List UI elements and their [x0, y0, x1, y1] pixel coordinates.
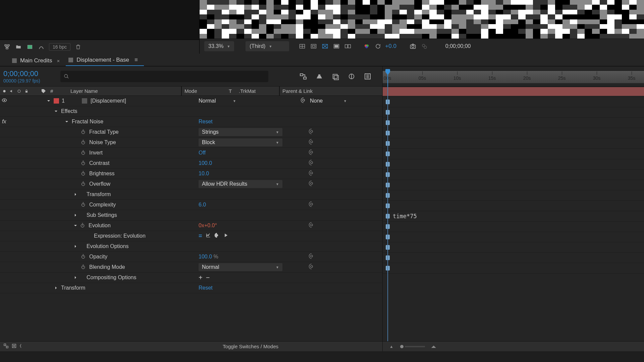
stopwatch-icon[interactable] — [80, 171, 87, 177]
resolution-dropdown[interactable]: (Third)▼ — [246, 41, 289, 51]
folder-icon[interactable] — [15, 43, 22, 51]
zoom-out-icon[interactable]: ▲ — [389, 344, 393, 349]
twirl-right-icon[interactable] — [73, 244, 78, 249]
audio-col-icon[interactable] — [9, 89, 15, 94]
toggle-switches-icon[interactable] — [3, 343, 9, 350]
transform-reset-link[interactable]: Reset — [199, 285, 213, 291]
zoom-in-icon[interactable]: ▲ — [430, 344, 438, 349]
layer-duration-bar[interactable] — [383, 87, 644, 96]
expression-pickwhip-icon[interactable] — [214, 233, 220, 239]
pickwhip-icon[interactable] — [309, 170, 315, 177]
layer-search-input[interactable] — [60, 71, 268, 82]
toggle-switches-modes[interactable]: Toggle Switches / Modes — [223, 344, 278, 349]
pickwhip-icon[interactable] — [309, 160, 315, 167]
reset-exposure-icon[interactable] — [374, 43, 382, 50]
show-snapshot-icon[interactable] — [420, 43, 429, 50]
comp-mini-flowchart-icon[interactable] — [299, 72, 308, 81]
flowchart-icon[interactable] — [3, 43, 11, 51]
layer-name[interactable]: [Displacement] — [91, 98, 126, 104]
transform-group[interactable]: Transform Reset — [0, 283, 382, 293]
parent-dropdown[interactable]: None▼ — [310, 98, 357, 104]
twirl-right-icon[interactable] — [73, 213, 78, 218]
current-time[interactable]: 0;00;00;00 — [3, 69, 60, 78]
pickwhip-icon[interactable] — [309, 139, 315, 146]
pickwhip-icon[interactable] — [301, 97, 307, 105]
blend-mode-dropdown[interactable]: Normal▼ — [199, 98, 246, 104]
motion-blur-icon[interactable] — [363, 72, 372, 81]
tab-displacement-base[interactable]: Displacement - Base ≡ — [66, 55, 144, 66]
twirl-right-icon[interactable] — [73, 192, 78, 197]
tab-main-credits[interactable]: Main Credits × — [9, 55, 66, 66]
lock-col-icon[interactable] — [23, 89, 30, 93]
draft3d-icon[interactable] — [315, 72, 324, 81]
effect-fractal-noise[interactable]: fx Fractal Noise Reset — [0, 117, 382, 127]
mask-toggle-icon[interactable] — [309, 43, 318, 50]
prop-evolution-options[interactable]: Evolution Options — [0, 241, 382, 252]
tab-menu-icon[interactable]: ≡ — [135, 57, 138, 63]
prop-compositing-options[interactable]: Compositing Options + − — [0, 273, 382, 283]
pickwhip-icon[interactable] — [309, 201, 315, 208]
stopwatch-icon[interactable] — [80, 223, 86, 229]
evolution-degrees[interactable]: +0.0 — [204, 223, 215, 228]
expression-language-icon[interactable] — [223, 233, 228, 239]
fractal-type-dropdown[interactable]: Strings▼ — [199, 128, 282, 136]
stopwatch-icon[interactable] — [80, 254, 87, 260]
complexity-value[interactable]: 6.0 — [199, 202, 206, 207]
prop-sub-settings[interactable]: Sub Settings — [0, 210, 382, 221]
frame-blend-icon[interactable] — [347, 72, 356, 81]
stopwatch-icon[interactable] — [80, 160, 87, 166]
zoom-dropdown[interactable]: 33.3%▼ — [204, 41, 234, 51]
pickwhip-icon[interactable] — [309, 263, 315, 271]
label-color[interactable] — [54, 98, 59, 104]
prop-transform-group[interactable]: Transform — [0, 189, 382, 200]
close-icon[interactable]: × — [57, 58, 60, 64]
snapshot-icon[interactable] — [409, 43, 417, 50]
bpc-toggle[interactable]: 16 bpc — [49, 43, 70, 51]
new-comp-icon[interactable] — [26, 43, 34, 51]
twirl-right-icon[interactable] — [54, 286, 58, 290]
invert-value[interactable]: Off — [199, 150, 206, 156]
video-col-icon[interactable] — [1, 89, 7, 94]
pickwhip-icon[interactable] — [309, 149, 315, 157]
opacity-value[interactable]: 100.0 — [199, 254, 212, 259]
shy-icon[interactable] — [331, 72, 340, 81]
playhead-line[interactable] — [387, 86, 388, 341]
preview-timecode[interactable]: 0;00;00;00 — [441, 43, 471, 49]
label-col-icon[interactable] — [41, 88, 46, 94]
transparency-grid-icon[interactable] — [298, 43, 307, 50]
stopwatch-icon[interactable] — [80, 129, 87, 135]
pickwhip-icon[interactable] — [309, 128, 315, 136]
layer-row[interactable]: 1 [Displacement] Normal▼ None▼ — [0, 96, 382, 106]
stopwatch-icon[interactable] — [80, 264, 87, 270]
solo-col-icon[interactable] — [16, 89, 22, 93]
visibility-toggle[interactable] — [1, 98, 7, 104]
stopwatch-icon[interactable] — [80, 150, 87, 156]
twirl-down-icon[interactable] — [73, 223, 78, 228]
overflow-dropdown[interactable]: Allow HDR Results▼ — [199, 180, 282, 188]
remove-icon[interactable]: − — [206, 274, 210, 282]
brace-icon[interactable] — [19, 343, 24, 350]
render-queue-icon[interactable] — [11, 343, 17, 350]
effects-group[interactable]: Effects — [0, 106, 382, 117]
zoom-slider[interactable] — [400, 345, 404, 348]
safe-zones-icon[interactable] — [321, 43, 329, 50]
evolution-turns[interactable]: 0 — [199, 223, 202, 228]
noise-type-dropdown[interactable]: Block▼ — [199, 138, 282, 146]
playhead[interactable] — [387, 69, 388, 89]
reset-link[interactable]: Reset — [199, 119, 213, 124]
grid-icon[interactable] — [343, 43, 352, 50]
brightness-value[interactable]: 10.0 — [199, 171, 209, 176]
twirl-right-icon[interactable] — [73, 275, 78, 280]
pickwhip-icon[interactable] — [309, 180, 315, 188]
add-icon[interactable]: + — [199, 274, 203, 282]
expression-field[interactable]: time*75 — [393, 213, 417, 220]
twirl-down-icon[interactable] — [54, 109, 58, 114]
composition-preview[interactable] — [200, 0, 644, 39]
pickwhip-icon[interactable] — [309, 222, 315, 229]
twirl-down-icon[interactable] — [46, 99, 51, 103]
exposure-value[interactable]: +0.0 — [385, 43, 396, 50]
contrast-value[interactable]: 100.0 — [199, 160, 212, 166]
twirl-down-icon[interactable] — [64, 119, 69, 124]
expression-enable-icon[interactable]: = — [199, 233, 202, 240]
channel-icon[interactable] — [332, 43, 341, 50]
